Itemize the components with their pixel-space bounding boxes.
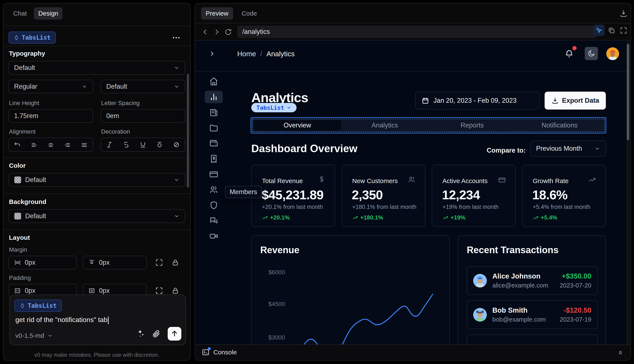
sidebar-item-video[interactable] — [205, 230, 223, 242]
stat-card-growth-rate: Growth Rate 18.6% +5.4% from last month … — [522, 164, 606, 227]
overline-icon[interactable] — [156, 141, 163, 148]
forward-button[interactable] — [213, 28, 221, 36]
font-weight-select[interactable]: Regular — [9, 80, 93, 93]
sidebar-item-home[interactable] — [205, 75, 223, 88]
tab-overview[interactable]: Overview — [254, 120, 341, 130]
transparent-swatch-icon — [14, 176, 21, 184]
theme-toggle-button[interactable] — [585, 47, 598, 60]
align-left-icon[interactable] — [31, 141, 38, 148]
preview-panel: Preview Code /analytics Home / Analytics — [195, 3, 631, 360]
date-range-picker[interactable]: Jan 20, 2023 - Feb 09, 2023 — [415, 92, 540, 110]
attach-file-button[interactable] — [152, 330, 160, 338]
notifications-bell-button[interactable] — [565, 50, 574, 58]
sidebar-item-messages[interactable] — [205, 214, 223, 227]
receipt-icon — [209, 154, 218, 164]
component-pill[interactable]: TabsList — [251, 103, 296, 112]
component-menu-button[interactable]: … — [172, 31, 181, 40]
decoration-label: Decoration — [101, 128, 130, 135]
sidebar-item-files[interactable] — [205, 122, 223, 134]
design-panel-tabs: Chat Design — [9, 7, 63, 20]
sidebar-item-wallet[interactable] — [205, 137, 223, 150]
console-expand-button[interactable] — [617, 349, 624, 356]
stat-card-new-customers: New Customers 2,350 +180.1% from last mo… — [342, 164, 425, 227]
model-selector[interactable]: v0-1.5-md — [15, 332, 53, 339]
underline-icon[interactable] — [139, 141, 147, 148]
composer-input[interactable]: get rid of the "notifications" tab — [15, 316, 180, 324]
export-data-button[interactable]: Export Data — [545, 92, 606, 110]
sidebar-collapse-button[interactable] — [208, 50, 216, 58]
line-height-input[interactable]: 1.75rem — [9, 109, 93, 123]
margin-lock-button[interactable] — [172, 259, 179, 266]
tab-analytics[interactable]: Analytics — [341, 120, 429, 130]
align-justify-icon[interactable] — [81, 141, 88, 148]
console-bar[interactable]: Console — [195, 344, 630, 360]
design-panel: Chat Design TabsList … Typography Defaul… — [3, 3, 191, 360]
margin-expand-button[interactable] — [155, 259, 163, 266]
padding-lock-button[interactable] — [172, 287, 179, 294]
copy-button[interactable] — [608, 27, 615, 34]
revenue-line-chart — [252, 236, 450, 345]
transaction-amount: -$120.50 — [560, 306, 591, 314]
reset-alignment-icon[interactable] — [14, 141, 21, 148]
revenue-chart-card: Revenue $6000 $4500 $3000 — [251, 235, 450, 345]
italic-icon[interactable] — [106, 141, 113, 148]
console-notification-dot — [208, 347, 211, 350]
refresh-button[interactable] — [224, 28, 232, 36]
download-button[interactable] — [619, 10, 627, 18]
padding-label: Padding — [9, 274, 31, 281]
composer-component-chip[interactable]: TabsList — [15, 300, 62, 312]
compare-select[interactable]: Previous Month — [530, 140, 606, 157]
user-avatar[interactable] — [606, 47, 619, 60]
wallet-icon — [209, 138, 218, 148]
sidebar-item-security[interactable] — [205, 199, 223, 212]
align-center-icon[interactable] — [47, 141, 54, 148]
letter-spacing-label: Letter Spacing — [101, 100, 140, 106]
design-panel-scrollbar[interactable] — [187, 74, 189, 188]
sidebar-item-news[interactable] — [205, 106, 223, 118]
console-label: Console — [213, 349, 237, 356]
margin-y-input[interactable]: 0px — [83, 256, 147, 270]
select-element-button[interactable] — [593, 25, 604, 36]
tab-preview[interactable]: Preview — [201, 7, 233, 20]
chevron-down-icon — [174, 177, 180, 183]
back-button[interactable] — [201, 28, 209, 36]
no-decoration-icon[interactable] — [173, 141, 180, 148]
align-right-icon[interactable] — [64, 141, 71, 148]
sidebar-item-members[interactable] — [205, 184, 223, 196]
breadcrumb-home[interactable]: Home — [237, 50, 256, 58]
font-family-select[interactable]: Default — [9, 61, 185, 74]
margin-x-input[interactable]: 0px — [9, 256, 77, 270]
selected-component-badge[interactable]: TabsList — [9, 32, 56, 44]
chevron-down-icon — [82, 84, 88, 90]
alignment-label: Alignment — [9, 128, 36, 135]
sidebar-item-analytics[interactable] — [205, 91, 223, 103]
send-button[interactable] — [168, 327, 181, 340]
preview-scrollbar-track[interactable] — [626, 41, 630, 345]
breadcrumb: Home / Analytics — [237, 50, 294, 58]
calendar-icon — [422, 97, 429, 104]
margin-label: Margin — [9, 246, 27, 253]
dollar-icon — [318, 176, 325, 183]
tab-code[interactable]: Code — [237, 7, 262, 20]
tab-notifications[interactable]: Notifications — [516, 120, 603, 130]
console-icon — [202, 348, 209, 356]
breadcrumb-separator: / — [260, 50, 262, 58]
padding-expand-button[interactable] — [155, 287, 163, 294]
sidebar-item-cards[interactable] — [205, 168, 223, 180]
url-input[interactable]: /analytics — [237, 26, 596, 38]
chat-composer[interactable]: TabsList get rid of the "notifications" … — [10, 294, 186, 345]
chevron-down-icon — [594, 146, 600, 152]
font-size-select[interactable]: Default — [101, 80, 185, 93]
tab-design[interactable]: Design — [34, 7, 62, 20]
sidebar-item-billing[interactable] — [205, 152, 223, 165]
app-viewport: Home / Analytics — [195, 40, 630, 345]
color-select[interactable]: Default — [9, 173, 185, 187]
tab-reports[interactable]: Reports — [429, 120, 516, 130]
tab-chat[interactable]: Chat — [9, 7, 31, 20]
enhance-prompt-button[interactable] — [137, 329, 145, 338]
fullscreen-button[interactable] — [620, 27, 627, 34]
background-select[interactable]: Default — [9, 209, 185, 223]
strikethrough-icon[interactable] — [123, 141, 130, 148]
transaction-amount: +$350.00 — [560, 272, 591, 280]
letter-spacing-input[interactable]: 0em — [101, 109, 185, 123]
